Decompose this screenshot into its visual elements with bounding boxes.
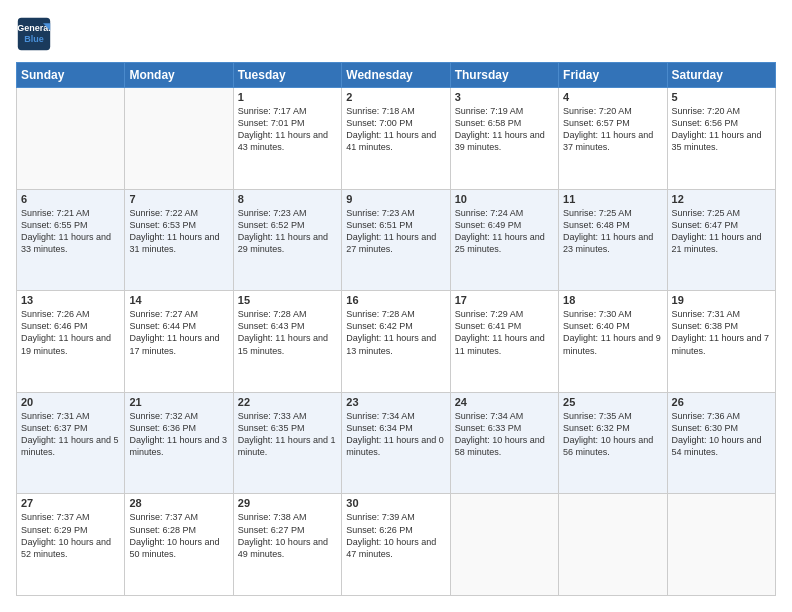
day-number: 18 (563, 294, 662, 306)
calendar-cell: 27Sunrise: 7:37 AM Sunset: 6:29 PM Dayli… (17, 494, 125, 596)
calendar-cell: 19Sunrise: 7:31 AM Sunset: 6:38 PM Dayli… (667, 291, 775, 393)
day-info: Sunrise: 7:19 AM Sunset: 6:58 PM Dayligh… (455, 105, 554, 154)
day-info: Sunrise: 7:31 AM Sunset: 6:37 PM Dayligh… (21, 410, 120, 459)
day-number: 4 (563, 91, 662, 103)
calendar-cell: 18Sunrise: 7:30 AM Sunset: 6:40 PM Dayli… (559, 291, 667, 393)
logo-icon: General Blue (16, 16, 52, 52)
day-info: Sunrise: 7:35 AM Sunset: 6:32 PM Dayligh… (563, 410, 662, 459)
calendar-cell: 26Sunrise: 7:36 AM Sunset: 6:30 PM Dayli… (667, 392, 775, 494)
svg-text:Blue: Blue (24, 34, 44, 44)
calendar-cell: 12Sunrise: 7:25 AM Sunset: 6:47 PM Dayli… (667, 189, 775, 291)
day-number: 26 (672, 396, 771, 408)
page: General Blue SundayMondayTuesdayWednesda… (0, 0, 792, 612)
calendar-cell (17, 88, 125, 190)
day-info: Sunrise: 7:25 AM Sunset: 6:48 PM Dayligh… (563, 207, 662, 256)
day-info: Sunrise: 7:24 AM Sunset: 6:49 PM Dayligh… (455, 207, 554, 256)
calendar-cell: 13Sunrise: 7:26 AM Sunset: 6:46 PM Dayli… (17, 291, 125, 393)
day-number: 19 (672, 294, 771, 306)
calendar-cell: 28Sunrise: 7:37 AM Sunset: 6:28 PM Dayli… (125, 494, 233, 596)
calendar-cell: 23Sunrise: 7:34 AM Sunset: 6:34 PM Dayli… (342, 392, 450, 494)
day-number: 9 (346, 193, 445, 205)
calendar-cell: 10Sunrise: 7:24 AM Sunset: 6:49 PM Dayli… (450, 189, 558, 291)
day-info: Sunrise: 7:18 AM Sunset: 7:00 PM Dayligh… (346, 105, 445, 154)
day-info: Sunrise: 7:39 AM Sunset: 6:26 PM Dayligh… (346, 511, 445, 560)
calendar-week-2: 6Sunrise: 7:21 AM Sunset: 6:55 PM Daylig… (17, 189, 776, 291)
day-info: Sunrise: 7:17 AM Sunset: 7:01 PM Dayligh… (238, 105, 337, 154)
day-number: 8 (238, 193, 337, 205)
day-info: Sunrise: 7:28 AM Sunset: 6:42 PM Dayligh… (346, 308, 445, 357)
calendar-cell: 1Sunrise: 7:17 AM Sunset: 7:01 PM Daylig… (233, 88, 341, 190)
calendar-cell: 3Sunrise: 7:19 AM Sunset: 6:58 PM Daylig… (450, 88, 558, 190)
calendar-cell: 4Sunrise: 7:20 AM Sunset: 6:57 PM Daylig… (559, 88, 667, 190)
day-info: Sunrise: 7:34 AM Sunset: 6:34 PM Dayligh… (346, 410, 445, 459)
calendar-cell: 29Sunrise: 7:38 AM Sunset: 6:27 PM Dayli… (233, 494, 341, 596)
calendar-cell: 6Sunrise: 7:21 AM Sunset: 6:55 PM Daylig… (17, 189, 125, 291)
weekday-header-wednesday: Wednesday (342, 63, 450, 88)
calendar-cell: 11Sunrise: 7:25 AM Sunset: 6:48 PM Dayli… (559, 189, 667, 291)
day-number: 24 (455, 396, 554, 408)
day-info: Sunrise: 7:36 AM Sunset: 6:30 PM Dayligh… (672, 410, 771, 459)
calendar-cell (559, 494, 667, 596)
day-info: Sunrise: 7:28 AM Sunset: 6:43 PM Dayligh… (238, 308, 337, 357)
calendar-cell: 2Sunrise: 7:18 AM Sunset: 7:00 PM Daylig… (342, 88, 450, 190)
day-info: Sunrise: 7:37 AM Sunset: 6:28 PM Dayligh… (129, 511, 228, 560)
day-number: 11 (563, 193, 662, 205)
day-number: 3 (455, 91, 554, 103)
calendar-week-5: 27Sunrise: 7:37 AM Sunset: 6:29 PM Dayli… (17, 494, 776, 596)
weekday-header-saturday: Saturday (667, 63, 775, 88)
day-number: 27 (21, 497, 120, 509)
day-number: 22 (238, 396, 337, 408)
day-info: Sunrise: 7:31 AM Sunset: 6:38 PM Dayligh… (672, 308, 771, 357)
day-info: Sunrise: 7:25 AM Sunset: 6:47 PM Dayligh… (672, 207, 771, 256)
calendar-cell (125, 88, 233, 190)
day-number: 25 (563, 396, 662, 408)
day-number: 28 (129, 497, 228, 509)
calendar-cell: 30Sunrise: 7:39 AM Sunset: 6:26 PM Dayli… (342, 494, 450, 596)
day-info: Sunrise: 7:38 AM Sunset: 6:27 PM Dayligh… (238, 511, 337, 560)
day-info: Sunrise: 7:26 AM Sunset: 6:46 PM Dayligh… (21, 308, 120, 357)
calendar-cell: 14Sunrise: 7:27 AM Sunset: 6:44 PM Dayli… (125, 291, 233, 393)
calendar-cell: 25Sunrise: 7:35 AM Sunset: 6:32 PM Dayli… (559, 392, 667, 494)
day-info: Sunrise: 7:37 AM Sunset: 6:29 PM Dayligh… (21, 511, 120, 560)
weekday-header-tuesday: Tuesday (233, 63, 341, 88)
calendar-cell: 5Sunrise: 7:20 AM Sunset: 6:56 PM Daylig… (667, 88, 775, 190)
day-info: Sunrise: 7:21 AM Sunset: 6:55 PM Dayligh… (21, 207, 120, 256)
day-number: 23 (346, 396, 445, 408)
weekday-header-friday: Friday (559, 63, 667, 88)
weekday-header-sunday: Sunday (17, 63, 125, 88)
day-info: Sunrise: 7:34 AM Sunset: 6:33 PM Dayligh… (455, 410, 554, 459)
day-number: 6 (21, 193, 120, 205)
day-number: 1 (238, 91, 337, 103)
day-info: Sunrise: 7:20 AM Sunset: 6:57 PM Dayligh… (563, 105, 662, 154)
day-number: 29 (238, 497, 337, 509)
calendar-cell: 22Sunrise: 7:33 AM Sunset: 6:35 PM Dayli… (233, 392, 341, 494)
calendar-table: SundayMondayTuesdayWednesdayThursdayFrid… (16, 62, 776, 596)
calendar-cell (667, 494, 775, 596)
day-number: 20 (21, 396, 120, 408)
calendar-cell: 15Sunrise: 7:28 AM Sunset: 6:43 PM Dayli… (233, 291, 341, 393)
day-number: 21 (129, 396, 228, 408)
calendar-cell: 17Sunrise: 7:29 AM Sunset: 6:41 PM Dayli… (450, 291, 558, 393)
header: General Blue (16, 16, 776, 52)
day-info: Sunrise: 7:29 AM Sunset: 6:41 PM Dayligh… (455, 308, 554, 357)
day-number: 14 (129, 294, 228, 306)
day-number: 17 (455, 294, 554, 306)
calendar-cell: 7Sunrise: 7:22 AM Sunset: 6:53 PM Daylig… (125, 189, 233, 291)
day-info: Sunrise: 7:32 AM Sunset: 6:36 PM Dayligh… (129, 410, 228, 459)
day-number: 15 (238, 294, 337, 306)
calendar-week-3: 13Sunrise: 7:26 AM Sunset: 6:46 PM Dayli… (17, 291, 776, 393)
calendar-cell: 24Sunrise: 7:34 AM Sunset: 6:33 PM Dayli… (450, 392, 558, 494)
calendar-cell: 16Sunrise: 7:28 AM Sunset: 6:42 PM Dayli… (342, 291, 450, 393)
day-number: 5 (672, 91, 771, 103)
calendar-cell (450, 494, 558, 596)
day-info: Sunrise: 7:22 AM Sunset: 6:53 PM Dayligh… (129, 207, 228, 256)
weekday-header-thursday: Thursday (450, 63, 558, 88)
calendar-week-4: 20Sunrise: 7:31 AM Sunset: 6:37 PM Dayli… (17, 392, 776, 494)
day-number: 2 (346, 91, 445, 103)
calendar-cell: 21Sunrise: 7:32 AM Sunset: 6:36 PM Dayli… (125, 392, 233, 494)
weekday-header-monday: Monday (125, 63, 233, 88)
calendar-week-1: 1Sunrise: 7:17 AM Sunset: 7:01 PM Daylig… (17, 88, 776, 190)
day-number: 13 (21, 294, 120, 306)
day-number: 16 (346, 294, 445, 306)
day-info: Sunrise: 7:30 AM Sunset: 6:40 PM Dayligh… (563, 308, 662, 357)
